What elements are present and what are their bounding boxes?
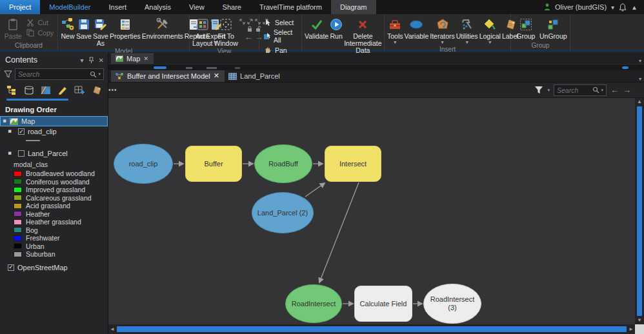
expand-triangle-icon[interactable]: ◆ (1, 117, 10, 126)
horizontal-scroll-thumb[interactable] (117, 326, 627, 332)
model-node-intersect[interactable]: Intersect (325, 146, 381, 182)
land-parcel-checkbox[interactable] (18, 150, 25, 157)
legend-item[interactable]: Coniferous woodland (0, 178, 108, 186)
model-node-buffer[interactable]: Buffer (185, 146, 242, 182)
pin-icon[interactable] (88, 57, 94, 64)
tab-drawing-order-icon[interactable] (6, 85, 17, 95)
model-node-calculate-field[interactable]: Calculate Field (354, 286, 412, 322)
legend-item[interactable]: Urban (0, 242, 108, 251)
lock-icon[interactable] (247, 26, 253, 32)
legend-item[interactable]: Freshwater (0, 234, 108, 242)
scroll-down-icon[interactable]: ▼ (637, 317, 642, 324)
zoom-in-icon[interactable] (239, 19, 245, 25)
contents-search-box[interactable]: ▾ (15, 68, 104, 80)
select-button[interactable]: Select (262, 18, 299, 26)
layer-map[interactable]: ◆ Map (0, 116, 108, 126)
model-view-tab[interactable]: Buffer and Intersect Model ✕ (111, 70, 225, 82)
copy-button[interactable]: Copy (25, 28, 55, 37)
tab-editing-icon[interactable] (57, 86, 68, 95)
map-view-tab[interactable]: Map ✕ (111, 54, 154, 64)
doc-tab-overflow-caret-icon[interactable]: ▾ (639, 76, 644, 82)
legend-item[interactable]: Broadleaved woodland (0, 170, 108, 178)
horizontal-scrollbar[interactable]: ◄ ► (108, 324, 635, 334)
layer-openstreetmap[interactable]: ✓ OpenStreetMap (0, 262, 108, 273)
legend-item[interactable]: Bog (0, 226, 108, 235)
save-as-button[interactable]: Save As (93, 16, 108, 47)
vertical-scrollbar[interactable]: ▲ ▼ (635, 98, 644, 324)
properties-button[interactable]: Properties (110, 16, 141, 40)
filter-caret-icon[interactable]: ▾ (547, 88, 550, 93)
legend-item[interactable]: Heather grassland (0, 218, 108, 226)
find-previous-icon[interactable]: ← (610, 85, 619, 95)
logical-dropdown-caret-icon[interactable]: ▾ (488, 40, 491, 45)
diagram-filter-icon[interactable] (534, 86, 543, 94)
tools-button[interactable]: Tools ▾ (387, 16, 403, 45)
collapse-ribbon-icon[interactable]: ▲ (631, 4, 638, 11)
cut-button[interactable]: Cut (25, 18, 55, 26)
diagram-search-input[interactable] (557, 86, 592, 94)
close-model-tab-icon[interactable]: ✕ (214, 72, 219, 80)
new-model-button[interactable]: New (61, 16, 75, 40)
tab-data-source-icon[interactable] (24, 86, 34, 95)
model-diagram-canvas[interactable]: road_clipBufferRoadBuffIntersectLand_Par… (108, 98, 635, 324)
filter-icon[interactable] (4, 70, 12, 79)
iterators-dropdown-caret-icon[interactable]: ▾ (441, 40, 444, 45)
signed-in-user[interactable]: Oliver (burdGIS) (555, 3, 607, 11)
legend-item[interactable]: Suburban (0, 250, 108, 259)
legend-item[interactable]: Acid grassland (0, 202, 108, 210)
road-clip-checkbox[interactable]: ✓ (18, 128, 25, 135)
legend-item[interactable]: Calcareous grassland (0, 194, 108, 202)
delete-intermediate-data-button[interactable]: Delete Intermediate Data (344, 16, 381, 54)
panel-menu-caret-icon[interactable]: ▾ (81, 57, 84, 64)
iterators-button[interactable]: Iterators ▾ (430, 16, 455, 45)
search-options-caret-icon[interactable]: ▾ (98, 72, 101, 77)
close-panel-icon[interactable]: ✕ (99, 57, 104, 64)
utilities-dropdown-caret-icon[interactable]: ▾ (466, 40, 468, 45)
model-node-land-parcel-2[interactable]: Land_Parcel (2) (252, 192, 314, 233)
tools-dropdown-caret-icon[interactable]: ▾ (394, 40, 396, 45)
more-tabs-icon[interactable]: ••• (108, 86, 117, 93)
logical-button[interactable]: Logical ▾ (479, 16, 501, 45)
tab-traveltime[interactable]: TravelTime platform (250, 0, 331, 14)
tab-snapping-icon[interactable] (92, 86, 102, 95)
nav-back-icon[interactable]: ← (245, 34, 253, 41)
diagram-search-box[interactable]: ▾ (554, 84, 607, 96)
user-menu-caret-icon[interactable]: ▾ (611, 4, 614, 11)
model-node-roadintersect[interactable]: RoadIntersect (285, 284, 342, 323)
close-map-tab-icon[interactable]: ✕ (143, 55, 148, 62)
group-button[interactable]: Group (514, 16, 538, 40)
auto-layout-button[interactable]: Auto Layout (192, 16, 213, 47)
legend-item[interactable]: Heather (0, 210, 108, 219)
save-button[interactable]: Save (76, 16, 92, 40)
ungroup-button[interactable]: UnGroup (539, 16, 567, 40)
environments-button[interactable]: Environments (142, 16, 183, 40)
layer-land-parcel[interactable]: ◆ Land_Parcel (0, 148, 108, 159)
search-options-caret-icon[interactable]: ▾ (601, 88, 603, 93)
tab-modelbuilder[interactable]: ModelBuilder (40, 0, 99, 14)
scroll-left-icon[interactable]: ◄ (108, 326, 116, 332)
validate-button[interactable]: Validate (305, 16, 328, 40)
table-view-tab[interactable]: Land_Parcel (225, 71, 285, 82)
model-node-roadintersect-3[interactable]: RoadIntersect (3) (423, 284, 481, 324)
model-node-roadbuff[interactable]: RoadBuff (254, 144, 312, 183)
vertical-scroll-thumb[interactable] (637, 106, 642, 316)
openstreetmap-checkbox[interactable]: ✓ (8, 264, 14, 271)
expand-triangle-icon[interactable]: ◆ (6, 128, 15, 136)
contents-search-input[interactable] (18, 70, 90, 78)
model-node-road-clip[interactable]: road_clip (114, 144, 173, 184)
utilities-button[interactable]: Utilities ▾ (456, 16, 478, 45)
tab-share[interactable]: Share (214, 0, 250, 14)
tab-view[interactable]: View (180, 0, 214, 14)
zoom-out-icon[interactable] (247, 19, 253, 25)
scroll-up-icon[interactable]: ▲ (637, 98, 642, 106)
tab-labeling-icon[interactable] (74, 86, 85, 95)
notifications-bell-icon[interactable] (619, 3, 627, 12)
fit-to-window-button[interactable]: Fit To Window (214, 16, 238, 47)
variable-button[interactable]: Variable (405, 16, 429, 40)
tab-diagram[interactable]: Diagram (331, 0, 376, 14)
tab-project[interactable]: Project (0, 0, 40, 14)
tab-insert[interactable]: Insert (99, 0, 136, 14)
expand-triangle-icon[interactable]: ◆ (6, 150, 15, 158)
find-next-icon[interactable]: → (623, 85, 631, 95)
tab-strip-overflow-caret-icon[interactable]: ▾ (639, 58, 644, 64)
